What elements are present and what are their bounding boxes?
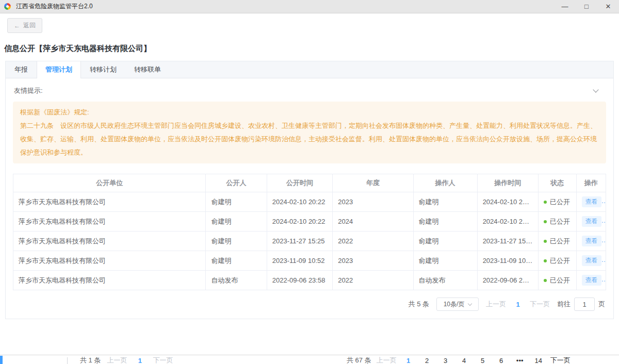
maximize-button[interactable]: □ bbox=[576, 0, 597, 13]
cell-status: 已公开 bbox=[538, 192, 576, 212]
bottom-column-border bbox=[67, 357, 68, 364]
page-number-3[interactable]: 3 bbox=[439, 357, 452, 364]
page-number-4[interactable]: 4 bbox=[458, 357, 471, 364]
page-number-5[interactable]: 5 bbox=[476, 357, 490, 364]
cell-status: 已公开 bbox=[538, 251, 576, 271]
page-size-select[interactable]: 10条/页 bbox=[436, 297, 479, 311]
cell-action: 查看 bbox=[576, 251, 606, 271]
page-size-value: 10条/页 bbox=[444, 300, 465, 309]
cell-action: 查看 bbox=[576, 231, 606, 251]
cell-operate-time: 2023-11-27 15:25 bbox=[477, 231, 538, 251]
cell-publisher: 自动发布 bbox=[206, 271, 267, 290]
prev-page-button[interactable]: 上一页 bbox=[107, 356, 127, 364]
cell-status: 已公开 bbox=[538, 271, 576, 290]
cell-status: 已公开 bbox=[538, 231, 576, 251]
cell-unit: 萍乡市天东电器科技有限公司 bbox=[13, 271, 206, 290]
table-row: 萍乡市天东电器科技有限公司 俞建明 2023-11-09 10:52 2023 … bbox=[13, 251, 606, 271]
tab-transfer-manifest[interactable]: 转移联单 bbox=[125, 61, 170, 78]
page-number-1[interactable]: 1 bbox=[513, 301, 523, 308]
prev-page-button[interactable]: 上一页 bbox=[377, 356, 397, 364]
tab-management-plan[interactable]: 管理计划 bbox=[37, 61, 81, 78]
bottom-divider bbox=[0, 355, 619, 355]
cell-year: 2023 bbox=[333, 192, 413, 212]
view-button[interactable]: 查看 bbox=[582, 216, 601, 227]
cell-operator: 俞建明 bbox=[413, 192, 477, 212]
status-label: 已公开 bbox=[550, 218, 570, 225]
goto-unit: 页 bbox=[598, 300, 605, 309]
page-number-1[interactable]: 1 bbox=[133, 357, 146, 364]
disclosure-table: 公开单位 公开人 公开时间 年度 操作人 操作时间 状态 操作 萍乡市天东电器科… bbox=[13, 174, 606, 290]
view-button[interactable]: 查看 bbox=[582, 255, 601, 266]
next-page-button[interactable]: 下一页 bbox=[550, 356, 571, 364]
view-button[interactable]: 查看 bbox=[582, 236, 601, 246]
status-label: 已公开 bbox=[550, 237, 570, 245]
status-dot-icon bbox=[544, 220, 547, 223]
cell-publisher: 俞建明 bbox=[206, 212, 267, 231]
back-button-label: 返回 bbox=[23, 21, 36, 30]
cell-unit: 萍乡市天东电器科技有限公司 bbox=[13, 192, 206, 212]
cell-operate-time: 2024-02-10 20:22 bbox=[477, 212, 538, 231]
col-header-publisher: 公开人 bbox=[206, 174, 267, 192]
page-number-2[interactable]: 2 bbox=[420, 357, 434, 364]
minimize-button[interactable]: — bbox=[554, 0, 576, 13]
col-header-unit: 公开单位 bbox=[13, 174, 206, 192]
close-button[interactable]: ✕ bbox=[597, 0, 619, 13]
tab-annual-report[interactable]: 年报 bbox=[6, 61, 37, 78]
cell-unit: 萍乡市天东电器科技有限公司 bbox=[13, 212, 206, 231]
status-dot-icon bbox=[544, 279, 547, 282]
status-label: 已公开 bbox=[550, 198, 570, 206]
view-button[interactable]: 查看 bbox=[582, 275, 601, 286]
status-dot-icon bbox=[544, 240, 547, 243]
page-number-6[interactable]: 6 bbox=[495, 357, 508, 364]
status-label: 已公开 bbox=[550, 276, 570, 284]
bottom-right-pagination: 共 67 条 上一页 1 2 3 4 5 6 ••• 14 下一页 bbox=[347, 356, 571, 364]
back-button[interactable]: ← 返回 bbox=[7, 18, 42, 33]
table-header-row: 公开单位 公开人 公开时间 年度 操作人 操作时间 状态 操作 bbox=[13, 174, 606, 192]
cell-operator: 自动发布 bbox=[413, 271, 477, 290]
table-row: 萍乡市天东电器科技有限公司 俞建明 2023-11-27 15:25 2022 … bbox=[13, 231, 606, 251]
cell-publisher: 俞建明 bbox=[206, 251, 267, 271]
cell-publisher: 俞建明 bbox=[206, 231, 267, 251]
view-button[interactable]: 查看 bbox=[582, 196, 601, 207]
cell-publish-time: 2022-09-06 23:58 bbox=[267, 271, 333, 290]
col-header-operate-time: 操作时间 bbox=[477, 174, 538, 192]
cell-publish-time: 2024-02-10 20:22 bbox=[267, 192, 333, 212]
notice-header: 友情提示: bbox=[13, 86, 606, 95]
more-pages-icon[interactable]: ••• bbox=[513, 357, 527, 364]
col-header-publish-time: 公开时间 bbox=[267, 174, 333, 192]
cell-unit: 萍乡市天东电器科技有限公司 bbox=[13, 231, 206, 251]
goto-label: 前往 bbox=[557, 300, 571, 309]
status-dot-icon bbox=[544, 259, 547, 262]
page-number-1[interactable]: 1 bbox=[402, 357, 415, 364]
pagination-total: 共 67 条 bbox=[347, 356, 371, 364]
regulation-notice-text: 第二十九条 设区的市级人民政府生态环境主管部门应当会同住房城乡建设、农业农村、卫… bbox=[20, 119, 599, 159]
window-titlebar: 江西省危险废物监管平台2.0 — □ ✕ bbox=[0, 0, 619, 13]
page-title: 信息公开【萍乡市天东电器科技有限公司】 bbox=[4, 44, 619, 54]
cell-operator: 俞建明 bbox=[413, 231, 477, 251]
goto-page-input[interactable] bbox=[574, 297, 595, 311]
col-header-operator: 操作人 bbox=[413, 174, 477, 192]
back-arrow-icon: ← bbox=[14, 22, 20, 29]
cell-operate-time: 2023-11-09 10:52 bbox=[477, 251, 538, 271]
cell-operate-time: 2022-09-06 23:58 bbox=[477, 271, 538, 290]
cell-year: 2022 bbox=[333, 231, 413, 251]
next-page-button[interactable]: 下一页 bbox=[153, 356, 173, 364]
cell-publish-time: 2023-11-27 15:25 bbox=[267, 231, 333, 251]
bottom-left-pagination: 共 1 条 上一页 1 下一页 bbox=[80, 356, 173, 364]
cell-action: 查看 bbox=[576, 271, 606, 290]
window-controls: — □ ✕ bbox=[554, 0, 619, 13]
bottom-scroll-accent bbox=[0, 356, 3, 364]
notice-label: 友情提示: bbox=[14, 86, 43, 95]
prev-page-button[interactable]: 上一页 bbox=[486, 300, 506, 309]
cell-operator: 俞建明 bbox=[413, 212, 477, 231]
window-title: 江西省危险废物监管平台2.0 bbox=[16, 2, 93, 11]
cell-year: 2024 bbox=[333, 212, 413, 231]
col-header-status: 状态 bbox=[538, 174, 576, 192]
next-page-button[interactable]: 下一页 bbox=[530, 300, 550, 309]
collapse-chevron-icon[interactable] bbox=[593, 87, 598, 92]
page-number-14[interactable]: 14 bbox=[532, 357, 545, 364]
tab-transfer-plan[interactable]: 转移计划 bbox=[81, 61, 125, 78]
cell-action: 查看 bbox=[576, 212, 606, 231]
info-disclosure-card: 年报 管理计划 转移计划 转移联单 友情提示: 根据新《固废法》规定: 第二十九… bbox=[5, 61, 614, 319]
top-toolbar: ← 返回 bbox=[0, 13, 619, 33]
